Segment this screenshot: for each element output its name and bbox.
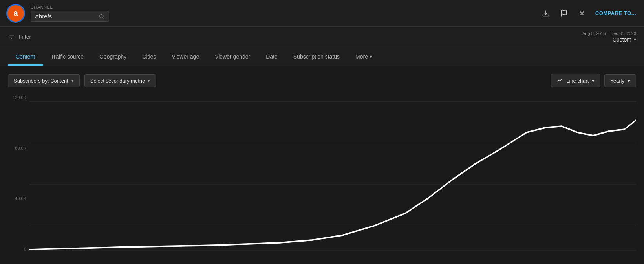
secondary-metric-dropdown[interactable]: Select secondary metric ▾ (84, 74, 156, 87)
filter-label: Filter (19, 34, 31, 40)
y-label-0: 0 (24, 247, 26, 251)
period-chevron-icon: ▾ (628, 78, 630, 84)
top-bar: a Channel (0, 0, 644, 27)
period-btn-label: Yearly (610, 78, 624, 84)
channel-label: Channel (31, 5, 109, 9)
nav-tabs: Content Traffic source Geography Cities … (0, 47, 644, 66)
filter-bar: Filter Aug 8, 2015 – Dec 31, 2023 Custom… (0, 27, 644, 47)
tab-traffic-source[interactable]: Traffic source (43, 49, 91, 66)
flag-icon (560, 9, 568, 17)
date-range[interactable]: Aug 8, 2015 – Dec 31, 2023 Custom ▾ (582, 31, 636, 43)
tab-subscription-status[interactable]: Subscription status (285, 49, 348, 66)
top-bar-right: COMPARE TO... (540, 8, 636, 19)
secondary-metric-label: Select secondary metric (90, 78, 145, 84)
close-icon (578, 9, 586, 17)
controls-left: Subscribers by: Content ▾ Select seconda… (8, 74, 156, 87)
period-dropdown[interactable]: Yearly ▾ (604, 74, 636, 87)
y-label-80k: 80.0K (15, 146, 26, 150)
tab-geography[interactable]: Geography (91, 49, 134, 66)
y-label-40k: 40.0K (15, 196, 26, 201)
y-axis-labels: 120.0K 80.0K 40.0K 0 (8, 95, 29, 251)
download-icon (542, 9, 550, 17)
primary-metric-label: Subscribers by: Content (14, 78, 68, 84)
chart-area: 120.0K 80.0K 40.0K 0 (8, 95, 636, 263)
y-label-120k: 120.0K (13, 95, 26, 100)
svg-line-1 (103, 18, 104, 19)
flag-button[interactable] (558, 8, 569, 19)
svg-point-0 (100, 14, 103, 18)
tab-cities[interactable]: Cities (134, 49, 164, 66)
filter-left: Filter (8, 33, 31, 40)
tab-viewer-gender[interactable]: Viewer gender (207, 49, 258, 66)
controls-right: Line chart ▾ Yearly ▾ (551, 74, 636, 87)
chart-type-chevron-icon: ▾ (592, 78, 595, 84)
channel-search-box[interactable] (31, 11, 109, 22)
content-area: Subscribers by: Content ▾ Select seconda… (0, 66, 644, 264)
compare-button[interactable]: COMPARE TO... (595, 10, 636, 16)
channel-info: Channel (31, 5, 109, 22)
tab-more[interactable]: More ▾ (348, 49, 380, 66)
chart-type-dropdown[interactable]: Line chart ▾ (551, 74, 600, 87)
logo-inner: a (7, 5, 24, 22)
tab-content[interactable]: Content (8, 49, 43, 66)
line-chart-svg (29, 95, 636, 263)
channel-search-input[interactable] (35, 13, 95, 20)
secondary-metric-chevron-icon: ▾ (148, 78, 150, 83)
chart-type-label: Line chart (566, 78, 589, 84)
date-range-select[interactable]: Custom ▾ (613, 37, 636, 43)
chevron-down-icon: ▾ (634, 37, 636, 42)
line-chart-icon (557, 77, 563, 84)
more-chevron-icon: ▾ (370, 53, 372, 60)
download-button[interactable] (540, 8, 551, 19)
period-label: Custom (613, 37, 631, 43)
close-button[interactable] (576, 8, 587, 19)
date-range-text: Aug 8, 2015 – Dec 31, 2023 (582, 31, 636, 36)
tab-date[interactable]: Date (258, 49, 285, 66)
controls-row: Subscribers by: Content ▾ Select seconda… (8, 74, 636, 87)
tab-viewer-age[interactable]: Viewer age (164, 49, 207, 66)
search-icon (99, 13, 105, 20)
chart-svg-wrapper (29, 95, 636, 263)
primary-metric-chevron-icon: ▾ (71, 78, 74, 83)
top-bar-left: a Channel (6, 4, 109, 23)
top-bar-icons (540, 8, 587, 19)
primary-metric-dropdown[interactable]: Subscribers by: Content ▾ (8, 74, 80, 87)
filter-icon (8, 33, 15, 40)
logo: a (6, 4, 25, 23)
